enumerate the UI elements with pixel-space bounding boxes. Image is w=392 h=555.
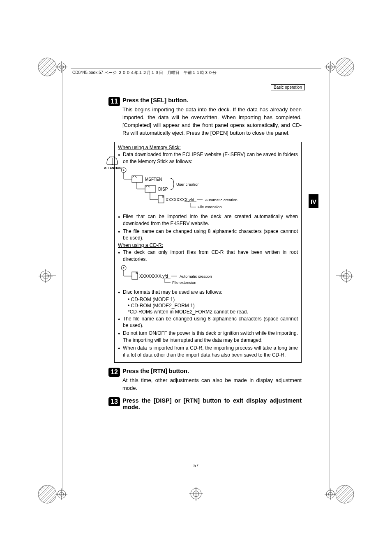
svg-line-18 <box>335 57 355 77</box>
svg-point-113 <box>123 267 125 268</box>
folder-diagram: MSFTEN DISP User creation XXXXXXXX.vfd <box>120 167 298 211</box>
register-mark-icon <box>189 487 203 501</box>
step-title: Press the [RTN] button. <box>122 368 302 374</box>
svg-line-12 <box>37 57 52 72</box>
note-subtitle: When using a Memory Stick: <box>118 145 181 150</box>
svg-line-46 <box>37 484 47 494</box>
note-bullet: The file name can be changed using 8 alp… <box>118 315 298 329</box>
step-number: 13 <box>108 397 120 406</box>
svg-text:XXXXXXXX.vfd: XXXXXXXX.vfd <box>139 274 168 279</box>
svg-line-25 <box>348 70 355 77</box>
svg-line-47 <box>37 484 45 492</box>
svg-line-62 <box>335 484 345 494</box>
svg-point-98 <box>123 169 125 170</box>
svg-line-19 <box>335 57 355 77</box>
note-bullet: Do not turn ON/OFF the power is this dec… <box>118 330 298 344</box>
svg-line-21 <box>338 60 355 77</box>
crop-mark-icon <box>37 57 57 77</box>
step-title: Press the [SEL] button. <box>122 97 302 104</box>
svg-line-13 <box>37 57 50 69</box>
svg-text:File extension: File extension <box>172 280 196 285</box>
register-mark-icon <box>39 269 53 283</box>
crop-mark-icon <box>335 57 355 77</box>
page-number: 57 <box>0 463 392 468</box>
step-title: Press the [DISP] or [RTN] button to exit… <box>122 397 302 410</box>
crop-mark-icon <box>335 484 355 504</box>
svg-line-37 <box>41 488 57 504</box>
section-tab: IV <box>309 194 318 208</box>
svg-line-28 <box>335 57 350 72</box>
svg-line-53 <box>338 488 355 504</box>
svg-text:User creation: User creation <box>176 182 200 187</box>
svg-point-17 <box>336 58 354 76</box>
note-subitem: • CD-ROM (MODE2_FORM 1) <box>118 303 298 309</box>
svg-line-59 <box>335 484 352 502</box>
svg-line-27 <box>335 57 352 74</box>
register-mark-icon <box>325 488 336 500</box>
note-bullet: When data is imported from a CD-R, the i… <box>118 345 298 359</box>
svg-text:File extension: File extension <box>198 205 222 209</box>
step-body: This begins importing the data into the … <box>122 106 302 137</box>
svg-line-20 <box>336 58 355 77</box>
svg-line-36 <box>38 485 57 504</box>
step-number: 11 <box>108 97 120 106</box>
breadcrumb-box: Basic operation <box>271 84 305 90</box>
svg-line-50 <box>335 484 355 504</box>
svg-line-35 <box>37 484 57 504</box>
svg-line-24 <box>346 68 355 77</box>
svg-line-43 <box>37 484 55 502</box>
svg-point-1 <box>38 58 56 76</box>
svg-line-34 <box>37 484 57 504</box>
svg-line-11 <box>37 57 55 74</box>
register-mark-icon <box>339 269 353 283</box>
header-text: CD8445.book 57 ページ ２００４年１２月１３日 月曜日 午前１１時… <box>72 70 217 76</box>
note-subtitle: When using a CD-R: <box>118 242 163 248</box>
folder-diagram: XXXXXXXX.vfd Automatic creation File ext… <box>120 265 298 286</box>
header-rule <box>71 69 321 69</box>
svg-point-33 <box>38 485 56 503</box>
svg-line-61 <box>335 484 347 497</box>
svg-line-14 <box>37 57 47 67</box>
svg-line-44 <box>37 484 52 499</box>
crop-mark-icon <box>37 484 57 504</box>
svg-line-45 <box>37 484 50 497</box>
note-bullet: The deck can only import files from CD-R… <box>118 249 298 263</box>
step-number: 12 <box>108 368 120 377</box>
svg-line-15 <box>37 57 45 64</box>
svg-text:MSFTEN: MSFTEN <box>145 177 162 182</box>
svg-line-29 <box>335 57 347 69</box>
register-mark-icon <box>56 488 67 500</box>
svg-rect-101 <box>145 186 156 192</box>
svg-line-30 <box>335 57 345 67</box>
note-bullet: Data downloaded from the ECLIPSE website… <box>118 151 298 165</box>
svg-line-51 <box>335 484 355 504</box>
svg-text:XXXXXXXX.vfd: XXXXXXXX.vfd <box>166 198 194 202</box>
svg-point-49 <box>336 485 354 503</box>
svg-text:Automatic creation: Automatic creation <box>205 198 238 202</box>
attention-note-box: When using a Memory Stick: Data download… <box>114 142 302 363</box>
svg-line-52 <box>336 485 355 504</box>
svg-line-4 <box>38 58 57 77</box>
register-mark-icon <box>325 61 336 73</box>
svg-text:DISP: DISP <box>158 187 168 191</box>
note-subitem: • CD-ROM (MODE 1) <box>118 297 298 302</box>
note-subitem: *CD-ROMs written in MODE2_FORM2 cannot b… <box>118 309 298 315</box>
svg-line-60 <box>335 484 350 499</box>
step-body: At this time, other adjustments can also… <box>122 377 302 392</box>
note-bullet: Disc formats that may be used are as fol… <box>118 289 298 296</box>
svg-rect-114 <box>132 272 138 279</box>
note-bullet: Files that can be imported into the deck… <box>118 213 298 227</box>
svg-line-5 <box>41 60 57 77</box>
svg-rect-104 <box>158 196 164 203</box>
svg-line-2 <box>37 57 57 77</box>
note-bullet: The file name can be changed using 8 alp… <box>118 228 298 242</box>
svg-line-57 <box>348 497 355 504</box>
svg-line-56 <box>346 495 355 504</box>
svg-line-3 <box>37 57 57 77</box>
register-mark-icon <box>56 61 67 73</box>
svg-text:Automatic creation: Automatic creation <box>180 274 212 279</box>
svg-rect-99 <box>132 176 143 182</box>
